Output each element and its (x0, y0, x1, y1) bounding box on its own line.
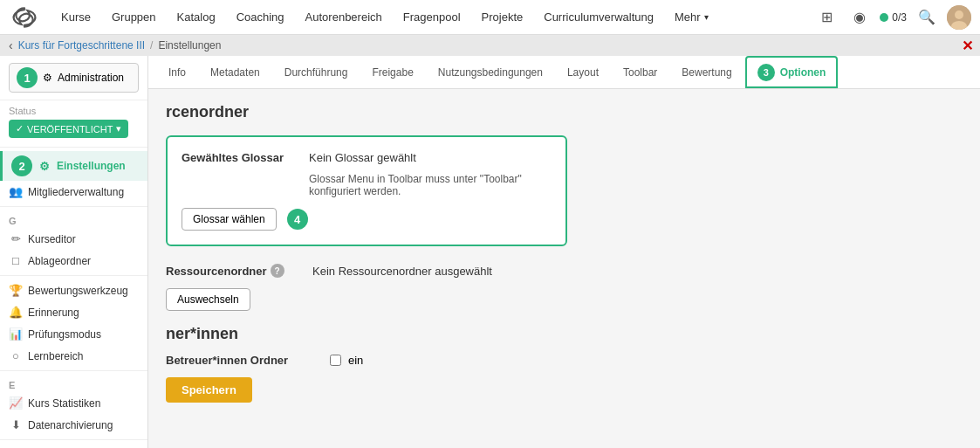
sidebar-item-lernbereich[interactable]: ○ Lernbereich (0, 345, 147, 367)
avatar[interactable] (947, 5, 971, 30)
group-e-label: E (0, 375, 147, 392)
administration-button[interactable]: 1 ⚙ Administration (9, 63, 139, 93)
kursstatistiken-label: Kurs Statistiken (28, 397, 100, 410)
nav-mehr[interactable]: Mehr ▾ (664, 0, 719, 35)
nav-gruppen[interactable]: Gruppen (101, 0, 167, 35)
tab-durchfuehrung[interactable]: Durchführung (273, 56, 360, 88)
published-button[interactable]: ✓ VERÖFFENTLICHT ▾ (9, 120, 128, 138)
help-icon[interactable]: ? (271, 264, 284, 278)
sidebar-item-kopieren[interactable]: 📋 Kopieren (0, 444, 147, 448)
sidebar-item-pruefungsmodus[interactable]: 📊 Prüfungsmodus (0, 323, 147, 345)
sidebar-item-erinnerung[interactable]: 🔔 Erinnerung (0, 301, 147, 323)
bewertungswerkzeug-label: Bewertungswerkzeug (28, 285, 128, 297)
betreuer-checkbox-value: ein (348, 354, 363, 367)
main-layout: 1 ⚙ Administration Status ✓ VERÖFFENTLIC… (0, 56, 980, 448)
admin-icon: ⚙ (43, 72, 52, 84)
nav-katalog[interactable]: Katalog (167, 0, 226, 35)
nav-curriculumverwaltung[interactable]: Curriculumverwaltung (533, 0, 664, 35)
glossar-card-actions: Glossar wählen 4 (182, 208, 552, 231)
glossar-label: Gewähltes Glossar (182, 151, 295, 164)
calendar-icon[interactable]: ⊞ (813, 4, 840, 31)
einstellungen-label: Einstellungen (57, 160, 126, 172)
status-bar: Status ✓ VERÖFFENTLICHT ▾ (0, 100, 147, 143)
mitgliederverwaltung-label: Mitgliederverwaltung (28, 186, 124, 198)
sidebar-divider-1 (0, 147, 147, 148)
bell-icon: 🔔 (9, 306, 23, 319)
nav-links: Kurse Gruppen Katalog Coaching Autorenbe… (51, 0, 813, 35)
nav-fragenpool[interactable]: Fragenpool (393, 0, 471, 35)
kurseditor-icon: ✏ (9, 232, 23, 245)
badge-3: 3 (757, 64, 775, 81)
lernbereich-label: Lernbereich (28, 350, 83, 362)
sidebar-item-kursstatistiken[interactable]: 📈 Kurs Statistiken (0, 392, 147, 414)
back-arrow-icon[interactable]: ‹ (9, 38, 13, 52)
sidebar-divider-3 (0, 275, 147, 276)
breadcrumb-course-link[interactable]: Kurs für Fortgeschrittene III (18, 39, 145, 52)
nav-projekte[interactable]: Projekte (471, 0, 534, 35)
svg-point-1 (955, 10, 963, 19)
ablageordner-label: Ablageordner (28, 255, 91, 267)
rss-icon[interactable]: ◉ (846, 4, 873, 31)
glossar-value: Kein Glossar gewählt (309, 151, 552, 164)
section-title-betreuer: ner*innen (166, 325, 963, 343)
content-area: Info Metadaten Durchführung Freigabe Nut… (148, 56, 980, 448)
tab-optionen[interactable]: 3 Optionen (745, 56, 839, 88)
stats-icon: 📈 (9, 396, 23, 410)
ressourcenordner-row: Ressourcenordner ? Kein Ressourcenordner… (166, 264, 963, 278)
betreuer-ordner-checkbox[interactable] (330, 355, 341, 366)
badge-1: 1 (17, 67, 38, 88)
group-g-label: G (0, 210, 147, 228)
chart-icon: 📊 (9, 327, 23, 341)
badge-4: 4 (287, 209, 308, 230)
nav-kurse[interactable]: Kurse (51, 0, 101, 35)
breadcrumb: ‹ Kurs für Fortgeschrittene III / Einste… (0, 35, 980, 56)
sidebar-divider-4 (0, 370, 147, 371)
logo[interactable] (9, 2, 40, 33)
published-label: VERÖFFENTLICHT (27, 124, 113, 134)
nav-autorenbereich[interactable]: Autorenbereich (295, 0, 393, 35)
tab-toolbar[interactable]: Toolbar (612, 56, 668, 88)
datenarchivierung-label: Datenarchivierung (28, 419, 113, 431)
betreuer-ordner-label: Betreuer*innen Ordner (166, 354, 323, 367)
tab-bewertung[interactable]: Bewertung (670, 56, 743, 88)
sidebar-item-mitgliederverwaltung[interactable]: 👥 Mitgliederverwaltung (0, 181, 147, 203)
page-content: rcenordner Gewähltes Glossar Kein Glossa… (148, 89, 980, 448)
glossar-waehlen-button[interactable]: Glossar wählen (182, 208, 277, 231)
sidebar-item-datenarchivierung[interactable]: ⬇ Datenarchivierung (0, 414, 147, 436)
close-button[interactable]: ✕ (962, 38, 973, 54)
tab-nutzungsbedingungen[interactable]: Nutzungsbedingungen (427, 56, 554, 88)
nav-coaching[interactable]: Coaching (226, 0, 295, 35)
sidebar-divider-2 (0, 206, 147, 207)
betreuer-ordner-row: Betreuer*innen Ordner ein (166, 354, 963, 367)
tab-metadaten[interactable]: Metadaten (199, 56, 271, 88)
erinnerung-label: Erinnerung (28, 307, 79, 319)
status-dot-icon (880, 13, 888, 22)
tabs-bar: Info Metadaten Durchführung Freigabe Nut… (148, 56, 980, 89)
folder-icon: □ (9, 254, 23, 267)
tab-info[interactable]: Info (157, 56, 197, 88)
auswechseln-button[interactable]: Auswechseln (166, 288, 250, 311)
breadcrumb-current: Einstellungen (158, 39, 221, 52)
speichern-button[interactable]: Speichern (166, 377, 252, 403)
search-icon[interactable]: 🔍 (914, 4, 940, 31)
breadcrumb-separator: / (150, 39, 153, 52)
ressourcenordner-value: Kein Ressourcenordner ausgewählt (312, 265, 492, 278)
sidebar-item-einstellungen[interactable]: 2 ⚙ Einstellungen (0, 151, 147, 181)
kurseditor-label: Kurseditor (28, 233, 76, 245)
sidebar-wrapper: 1 ⚙ Administration Status ✓ VERÖFFENTLIC… (0, 56, 148, 448)
tab-layout[interactable]: Layout (556, 56, 610, 88)
glossar-card-row: Gewähltes Glossar Kein Glossar gewählt (182, 151, 552, 164)
status-label: Status (9, 106, 139, 116)
sidebar-item-ablageordner[interactable]: □ Ablageordner (0, 250, 147, 272)
glossar-card: Gewähltes Glossar Kein Glossar gewählt G… (166, 135, 567, 246)
sidebar-top: 1 ⚙ Administration (0, 56, 147, 100)
check-icon: ✓ (16, 123, 24, 134)
circle-icon: ○ (9, 349, 23, 362)
top-navigation: Kurse Gruppen Katalog Coaching Autorenbe… (0, 0, 980, 35)
tab-freigabe[interactable]: Freigabe (360, 56, 424, 88)
pruefungsmodus-label: Prüfungsmodus (28, 328, 101, 341)
glossar-note: Glossar Menu in Toolbar muss unter "Tool… (309, 173, 552, 197)
sidebar-item-bewertungswerkzeug[interactable]: 🏆 Bewertungswerkzeug (0, 279, 147, 301)
sidebar-item-kurseditor[interactable]: ✏ Kurseditor (0, 228, 147, 250)
section-title-ressourcenordner: rcenordner (166, 103, 963, 121)
